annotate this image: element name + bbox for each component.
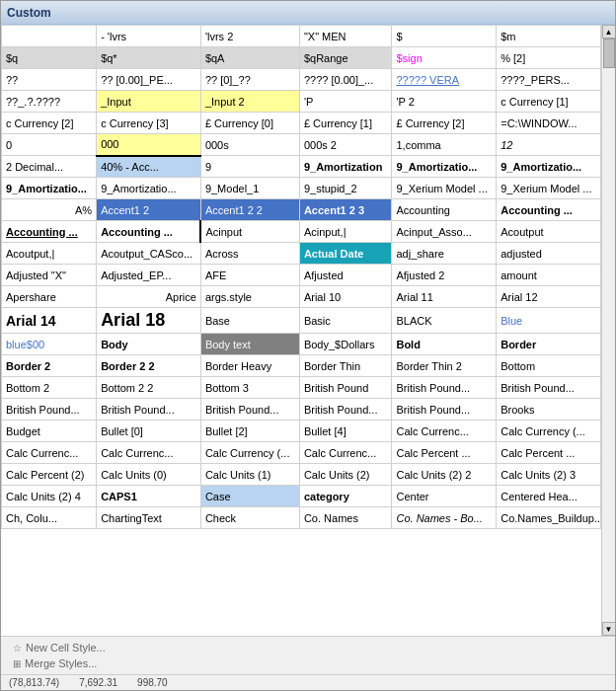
scroll-up-arrow[interactable]: ▲: [602, 25, 616, 38]
table-cell[interactable]: Accent1 2 3: [299, 199, 392, 221]
table-cell[interactable]: 9_Amortizatio...: [497, 156, 601, 178]
table-cell[interactable]: ?? [0]_??: [200, 69, 299, 91]
table-cell[interactable]: 9_Xerium Model ...: [392, 178, 497, 199]
scroll-down-arrow[interactable]: ▼: [602, 622, 616, 636]
table-cell[interactable]: Actual Date: [299, 243, 392, 265]
table-cell[interactable]: Calc Currenc...: [392, 421, 497, 442]
table-cell[interactable]: Bullet [2]: [200, 421, 299, 442]
table-cell[interactable]: "X" MEN: [299, 26, 392, 47]
table-cell[interactable]: Adjusted_EP...: [97, 265, 201, 286]
table-cell[interactable]: 40% - Acc...: [97, 156, 201, 178]
table-cell[interactable]: British Pound...: [97, 399, 201, 421]
table-cell[interactable]: ????_PERS...: [497, 69, 601, 91]
table-cell[interactable]: Border Thin: [299, 355, 392, 377]
table-cell[interactable]: Accounting ...: [2, 221, 97, 243]
table-cell[interactable]: Accounting ...: [497, 199, 601, 221]
table-cell[interactable]: Co.Names_Buildup...: [497, 507, 601, 529]
table-cell[interactable]: Arial 14: [2, 308, 97, 334]
table-cell[interactable]: Across: [200, 243, 299, 265]
table-cell[interactable]: Border Thin 2: [392, 355, 497, 377]
table-cell[interactable]: c Currency [2]: [2, 113, 97, 134]
table-cell[interactable]: ??_.?.????: [2, 91, 97, 113]
table-cell[interactable]: c Currency [1]: [497, 91, 601, 113]
table-cell[interactable]: $: [392, 26, 497, 47]
table-cell[interactable]: CAPS1: [97, 486, 201, 507]
table-cell[interactable]: Calc Units (2) 3: [497, 464, 601, 486]
table-cell[interactable]: Calc Percent (2): [2, 464, 97, 486]
table-cell[interactable]: category: [299, 486, 392, 507]
table-cell[interactable]: 9_Model_1: [200, 178, 299, 199]
table-cell[interactable]: Calc Units (2): [299, 464, 392, 486]
table-cell[interactable]: 9_Amortizatio...: [392, 156, 497, 178]
table-cell[interactable]: - 'lvrs: [97, 26, 201, 47]
table-cell[interactable]: $qRange: [299, 47, 392, 69]
table-cell[interactable]: Case: [200, 486, 299, 507]
scrollbar[interactable]: ▲ ▼: [601, 25, 615, 636]
table-cell[interactable]: ?? [0.00]_PE...: [97, 69, 201, 91]
table-cell[interactable]: £ Currency [2]: [392, 113, 497, 134]
table-cell[interactable]: 1,comma: [392, 134, 497, 156]
table-cell[interactable]: BLACK: [392, 308, 497, 334]
table-cell[interactable]: Body: [97, 334, 201, 355]
table-cell[interactable]: 9: [200, 156, 299, 178]
table-cell[interactable]: ChartingText: [97, 507, 201, 529]
table-cell[interactable]: British Pound...: [392, 377, 497, 399]
table-cell[interactable]: Afjusted: [299, 265, 392, 286]
table-cell[interactable]: Border Heavy: [200, 355, 299, 377]
table-cell[interactable]: Calc Currency (...: [497, 421, 601, 442]
table-cell[interactable]: Arial 11: [392, 286, 497, 308]
table-cell[interactable]: Basic: [299, 308, 392, 334]
table-cell[interactable]: Acinput: [200, 221, 299, 243]
table-cell[interactable]: Calc Currenc...: [2, 442, 97, 464]
table-cell[interactable]: Border: [497, 334, 601, 355]
table-cell[interactable]: args.style: [200, 286, 299, 308]
table-cell[interactable]: Accent1 2: [97, 199, 201, 221]
table-cell[interactable]: Acoutput,|: [2, 243, 97, 265]
table-cell[interactable]: 9_Xerium Model ...: [497, 178, 601, 199]
table-cell[interactable]: British Pound...: [200, 399, 299, 421]
table-cell[interactable]: British Pound: [299, 377, 392, 399]
scroll-thumb[interactable]: [603, 38, 615, 68]
table-cell[interactable]: Border 2: [2, 355, 97, 377]
table-cell[interactable]: 'P 2: [392, 91, 497, 113]
table-cell[interactable]: [2, 26, 97, 47]
table-cell[interactable]: Calc Units (2) 2: [392, 464, 497, 486]
table-cell[interactable]: British Pound...: [299, 399, 392, 421]
table-cell[interactable]: $q*: [97, 47, 201, 69]
table-cell[interactable]: Co. Names - Bo...: [392, 507, 497, 529]
table-cell[interactable]: Bottom 2: [2, 377, 97, 399]
table-cell[interactable]: Check: [200, 507, 299, 529]
table-cell[interactable]: Base: [200, 308, 299, 334]
new-cell-style-button[interactable]: ☆ New Cell Style...: [9, 640, 607, 655]
table-cell[interactable]: Bottom 3: [200, 377, 299, 399]
table-cell[interactable]: 'P: [299, 91, 392, 113]
table-cell[interactable]: Apershare: [2, 286, 97, 308]
table-cell[interactable]: Accounting ...: [97, 221, 201, 243]
table-cell[interactable]: adjusted: [497, 243, 601, 265]
table-cell[interactable]: Budget: [2, 421, 97, 442]
table-cell[interactable]: _Input 2: [200, 91, 299, 113]
table-cell[interactable]: Bottom: [497, 355, 601, 377]
table-cell[interactable]: Aprice: [97, 286, 201, 308]
table-cell[interactable]: Adjusted "X": [2, 265, 97, 286]
table-cell[interactable]: Border 2 2: [97, 355, 201, 377]
table-cell[interactable]: blue$00: [2, 334, 97, 355]
table-cell[interactable]: A%: [2, 199, 97, 221]
table-cell[interactable]: Calc Currenc...: [97, 442, 201, 464]
table-cell[interactable]: 0: [2, 134, 97, 156]
table-cell[interactable]: Acoutput_CASco...: [97, 243, 201, 265]
table-cell[interactable]: 'lvrs 2: [200, 26, 299, 47]
table-cell[interactable]: _Input: [97, 91, 201, 113]
table-cell[interactable]: Arial 10: [299, 286, 392, 308]
table-cell[interactable]: £ Currency [1]: [299, 113, 392, 134]
table-cell[interactable]: Calc Percent ...: [497, 442, 601, 464]
table-cell[interactable]: $q: [2, 47, 97, 69]
table-cell[interactable]: Arial 18: [97, 308, 201, 334]
table-cell[interactable]: Bullet [0]: [97, 421, 201, 442]
table-cell[interactable]: 000: [97, 134, 201, 156]
table-cell[interactable]: Calc Units (1): [200, 464, 299, 486]
table-cell[interactable]: amount: [497, 265, 601, 286]
table-cell[interactable]: Afjusted 2: [392, 265, 497, 286]
table-cell[interactable]: Ch, Colu...: [2, 507, 97, 529]
table-cell[interactable]: Calc Currency (...: [200, 442, 299, 464]
